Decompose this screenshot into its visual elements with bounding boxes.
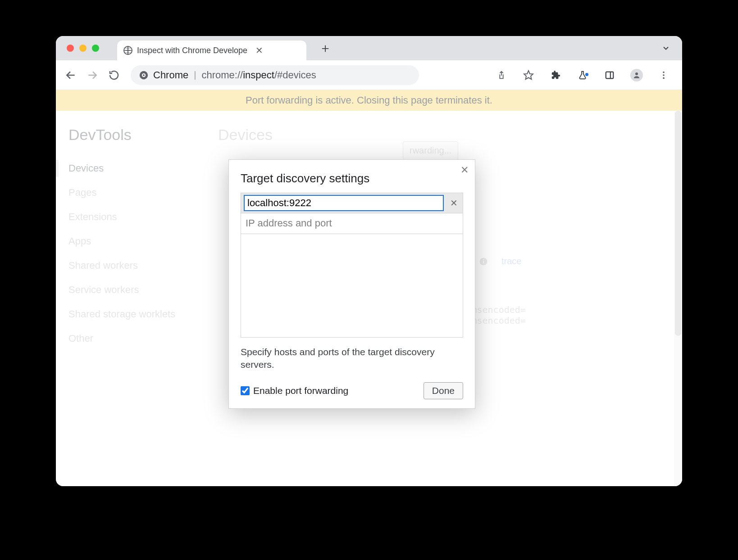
dialog-help-text: Specify hosts and ports of the target di…	[241, 346, 463, 371]
svg-point-8	[635, 72, 638, 75]
checkbox-input[interactable]	[241, 386, 250, 395]
new-tab-button[interactable]: ＋	[319, 40, 332, 57]
sidebar-item-shared-workers[interactable]: Shared workers	[68, 253, 205, 278]
browser-window: Inspect with Chrome Develope ✕ ＋ Chrome …	[56, 36, 682, 486]
sidebar-item-other[interactable]: Other	[68, 326, 205, 351]
side-panel-icon[interactable]	[600, 66, 619, 85]
discovery-new-input[interactable]	[246, 217, 458, 229]
window-zoom-icon[interactable]	[92, 45, 99, 52]
svg-point-10	[663, 74, 665, 76]
sidebar-item-extensions[interactable]: Extensions	[68, 205, 205, 229]
port-forwarding-button[interactable]: rwarding...	[403, 141, 458, 160]
back-button[interactable]	[61, 66, 80, 85]
dialog-title: Target discovery settings	[241, 172, 463, 185]
sidebar-item-apps[interactable]: Apps	[68, 229, 205, 253]
toolbar-actions	[492, 66, 677, 85]
svg-rect-6	[606, 72, 614, 78]
remove-entry-icon[interactable]: ✕	[447, 197, 460, 209]
info-icon	[479, 257, 488, 266]
labs-flask-icon[interactable]	[573, 66, 592, 85]
address-bar[interactable]: Chrome | chrome://inspect/#devices	[131, 65, 419, 85]
svg-rect-13	[483, 261, 484, 263]
dialog-close-icon[interactable]: ✕	[460, 164, 469, 176]
trace-link[interactable]: trace	[501, 256, 521, 266]
site-info-icon[interactable]: Chrome	[139, 69, 188, 81]
svg-point-4	[143, 74, 145, 76]
enable-port-forwarding-checkbox[interactable]: Enable port forwarding	[241, 385, 348, 396]
reload-button[interactable]	[105, 66, 123, 85]
svg-rect-14	[483, 259, 484, 260]
sidebar-title: DevTools	[68, 126, 205, 144]
share-icon[interactable]	[492, 66, 511, 85]
discovery-list-body	[241, 234, 463, 338]
omnibox-url: chrome://inspect/#devices	[201, 69, 316, 81]
profile-avatar[interactable]	[627, 66, 646, 85]
tab-title: Inspect with Chrome Develope	[137, 46, 247, 55]
extensions-icon[interactable]	[546, 66, 565, 85]
dialog-footer: Enable port forwarding Done	[241, 382, 463, 399]
sidebar: DevTools Devices Pages Extensions Apps S…	[56, 111, 205, 486]
tab-close-icon[interactable]: ✕	[255, 45, 263, 56]
info-banner: Port forwarding is active. Closing this …	[56, 90, 682, 111]
sidebar-item-service-workers[interactable]: Service workers	[68, 278, 205, 302]
browser-toolbar: Chrome | chrome://inspect/#devices	[56, 60, 682, 90]
sidebar-item-pages[interactable]: Pages	[68, 181, 205, 205]
svg-point-9	[663, 71, 665, 73]
globe-icon	[123, 46, 132, 55]
discovery-host-input[interactable]	[244, 195, 444, 211]
forward-button[interactable]	[83, 66, 102, 85]
browser-tab[interactable]: Inspect with Chrome Develope ✕	[117, 41, 306, 60]
sidebar-item-shared-storage-worklets[interactable]: Shared storage worklets	[68, 302, 205, 326]
bookmark-star-icon[interactable]	[519, 66, 538, 85]
target-discovery-dialog: ✕ Target discovery settings ✕ Specify ho…	[228, 159, 475, 409]
tab-strip: Inspect with Chrome Develope ✕ ＋	[56, 36, 682, 60]
window-controls	[67, 45, 99, 52]
svg-point-11	[663, 77, 665, 79]
discovery-new-row	[241, 213, 463, 234]
sidebar-item-devices[interactable]: Devices	[68, 156, 205, 181]
scheme-label: Chrome	[153, 69, 188, 81]
omnibox-separator: |	[194, 70, 196, 80]
window-close-icon[interactable]	[67, 45, 74, 52]
banner-text: Port forwarding is active. Closing this …	[246, 95, 492, 106]
window-minimize-icon[interactable]	[79, 45, 87, 52]
tab-list-caret-icon[interactable]	[661, 44, 670, 53]
done-button[interactable]: Done	[424, 382, 463, 399]
checkbox-label: Enable port forwarding	[253, 385, 348, 396]
svg-marker-5	[524, 71, 533, 79]
kebab-menu-icon[interactable]	[654, 66, 673, 85]
discovery-entry-row: ✕	[241, 193, 463, 213]
